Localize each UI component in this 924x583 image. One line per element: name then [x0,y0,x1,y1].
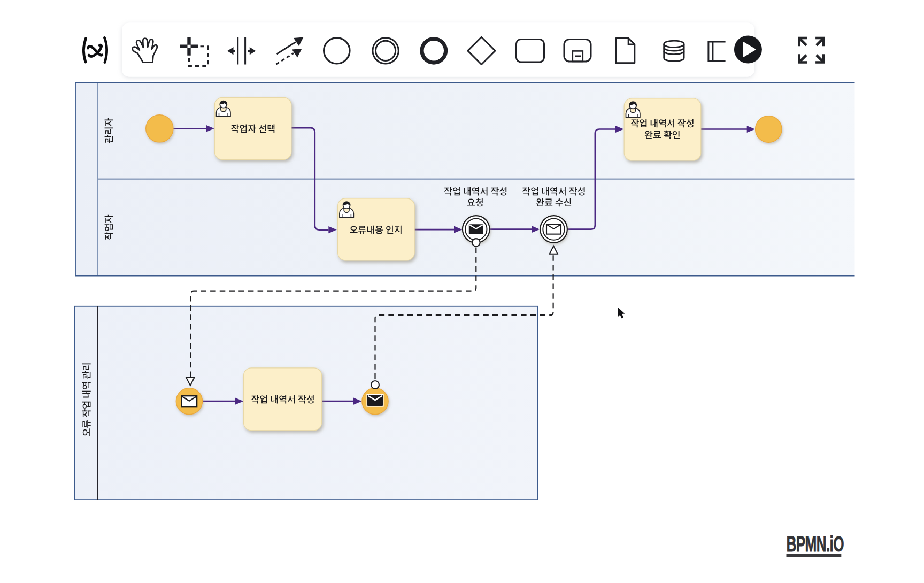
svg-text:BPMN.iO: BPMN.iO [787,532,844,556]
